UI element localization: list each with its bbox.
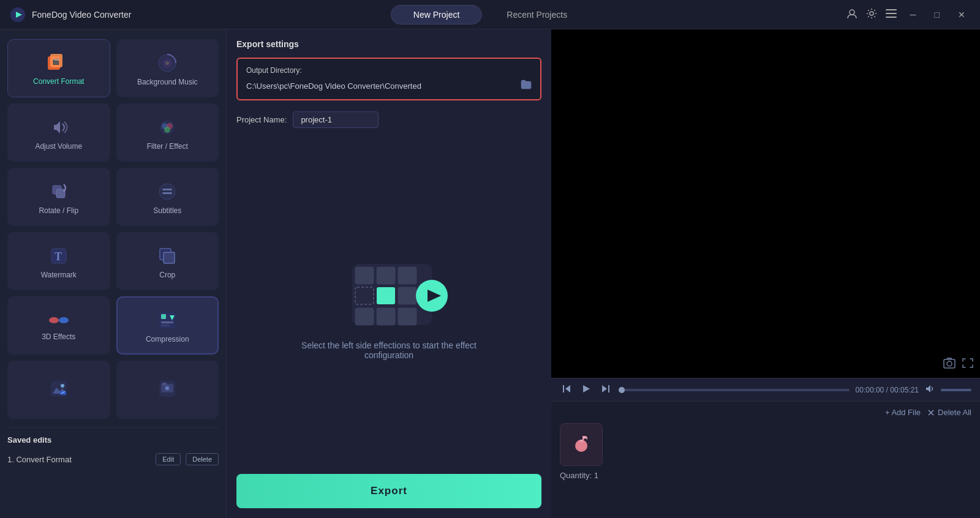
tab-recent-projects[interactable]: Recent Projects: [484, 5, 589, 24]
svg-rect-5: [886, 13, 897, 14]
titlebar: FoneDog Video Converter New Project Rece…: [0, 0, 980, 29]
sidebar-item-convert-format[interactable]: 🎬 Convert Format: [7, 39, 110, 97]
svg-point-2: [850, 10, 854, 15]
3d-effects-label: 3D Effects: [42, 332, 75, 341]
maximize-button[interactable]: □: [930, 7, 944, 22]
sidebar-item-3d-effects[interactable]: 3D Effects: [7, 296, 110, 355]
svg-marker-57: [583, 385, 590, 392]
svg-rect-44: [398, 267, 417, 284]
output-directory-path: C:\Users\pc\FoneDog Video Converter\Conv…: [246, 81, 421, 91]
output-directory-box: Output Directory: C:\Users\pc\FoneDog Vi…: [236, 58, 541, 100]
crop-icon: [157, 246, 177, 266]
background-music-label: Background Music: [137, 78, 198, 86]
right-panel: 00:00:00 / 00:05:21 + Add File: [551, 29, 980, 518]
menu-icon[interactable]: [886, 9, 897, 20]
quantity-label: Quantity: 1: [560, 471, 971, 480]
delete-button[interactable]: Delete: [186, 453, 219, 465]
saved-edit-number: 1. Convert Format: [7, 455, 72, 464]
project-name-label: Project Name:: [236, 115, 287, 124]
preview-controls-overlay: [943, 358, 974, 372]
sidebar-item-12[interactable]: [116, 361, 219, 419]
svg-marker-59: [602, 385, 607, 392]
svg-point-54: [947, 361, 952, 366]
convert-format-icon: 🎬: [48, 54, 70, 72]
file-thumbnail[interactable]: [560, 423, 603, 466]
svg-text:🎬: 🎬: [52, 58, 60, 66]
svg-rect-58: [608, 385, 609, 392]
minimize-button[interactable]: ─: [905, 7, 921, 22]
svg-rect-38: [162, 383, 167, 385]
svg-rect-18: [56, 189, 65, 198]
sidebar-grid: 🎬 Convert Format Background Music: [7, 39, 219, 419]
svg-rect-32: [161, 325, 170, 326]
adjust-volume-icon: [49, 118, 69, 137]
video-preview: [551, 29, 980, 378]
export-button[interactable]: Export: [236, 474, 541, 508]
fullscreen-icon[interactable]: [962, 358, 974, 372]
sidebar-item-filter-effect[interactable]: Filter / Effect: [116, 103, 219, 162]
svg-rect-43: [377, 267, 395, 284]
svg-point-34: [61, 384, 64, 388]
tab-new-project[interactable]: New Project: [391, 5, 482, 24]
volume-bar[interactable]: [941, 389, 971, 391]
effect-hint-text: Select the left side effections to start…: [291, 340, 487, 360]
progress-bar[interactable]: [619, 389, 850, 391]
svg-rect-48: [355, 308, 374, 325]
sidebar-item-subtitles[interactable]: Subtitles: [116, 168, 219, 226]
compression-icon: [157, 310, 177, 330]
main-layout: 🎬 Convert Format Background Music: [0, 29, 980, 518]
watermark-icon: T: [49, 246, 69, 266]
user-icon[interactable]: [846, 8, 858, 21]
play-button[interactable]: [579, 383, 593, 396]
sidebar-item-adjust-volume[interactable]: Adjust Volume: [7, 103, 110, 162]
svg-rect-20: [162, 189, 172, 190]
project-name-input[interactable]: [293, 111, 379, 128]
compression-label: Compression: [146, 335, 189, 343]
sidebar-item-background-music[interactable]: Background Music: [116, 39, 219, 97]
svg-rect-55: [563, 385, 564, 392]
item-12-icon: [157, 379, 177, 399]
skip-forward-button[interactable]: [599, 383, 612, 396]
export-settings-title: Export settings: [236, 39, 541, 49]
browse-folder-button[interactable]: [521, 80, 532, 92]
output-directory-label: Output Directory:: [246, 66, 532, 75]
skip-back-button[interactable]: [560, 383, 573, 396]
svg-rect-49: [377, 308, 395, 325]
convert-format-label: Convert Format: [33, 77, 84, 86]
saved-edits-title: Saved edits: [7, 435, 219, 445]
delete-all-button[interactable]: Delete All: [927, 408, 971, 417]
background-music-icon: [157, 53, 177, 73]
svg-rect-21: [162, 192, 172, 194]
sidebar-item-rotate-flip[interactable]: Rotate / Flip: [7, 168, 110, 226]
edit-button[interactable]: Edit: [156, 453, 181, 465]
svg-rect-29: [161, 314, 166, 319]
svg-rect-35: [60, 391, 66, 395]
svg-text:T: T: [55, 250, 62, 263]
settings-icon[interactable]: [866, 8, 877, 21]
filter-effect-icon: [157, 118, 177, 137]
svg-point-12: [165, 61, 169, 65]
volume-icon[interactable]: [925, 385, 935, 395]
rotate-flip-icon: [49, 182, 69, 201]
svg-point-61: [577, 445, 582, 450]
sidebar-item-watermark[interactable]: T Watermark: [7, 232, 110, 290]
screenshot-icon[interactable]: [943, 358, 956, 372]
svg-rect-6: [886, 17, 897, 18]
titlebar-right: ─ □ ✕: [846, 7, 970, 22]
svg-point-40: [166, 387, 168, 389]
close-button[interactable]: ✕: [953, 7, 970, 22]
saved-edit-actions: Edit Delete: [156, 453, 219, 465]
crop-label: Crop: [159, 271, 175, 279]
progress-dot: [619, 387, 625, 393]
titlebar-left: FoneDog Video Converter: [10, 7, 131, 23]
svg-point-16: [164, 127, 170, 133]
sidebar-item-compression[interactable]: Compression: [116, 296, 219, 355]
adjust-volume-label: Adjust Volume: [35, 142, 82, 151]
effect-icon-container: [334, 255, 444, 328]
add-file-button[interactable]: + Add File: [885, 408, 921, 417]
rotate-flip-label: Rotate / Flip: [39, 206, 78, 215]
sidebar-item-11[interactable]: [7, 361, 110, 419]
file-list-area: + Add File Delete All Quantity: 1: [551, 402, 980, 518]
sidebar-item-crop[interactable]: Crop: [116, 232, 219, 290]
svg-point-26: [49, 317, 59, 323]
